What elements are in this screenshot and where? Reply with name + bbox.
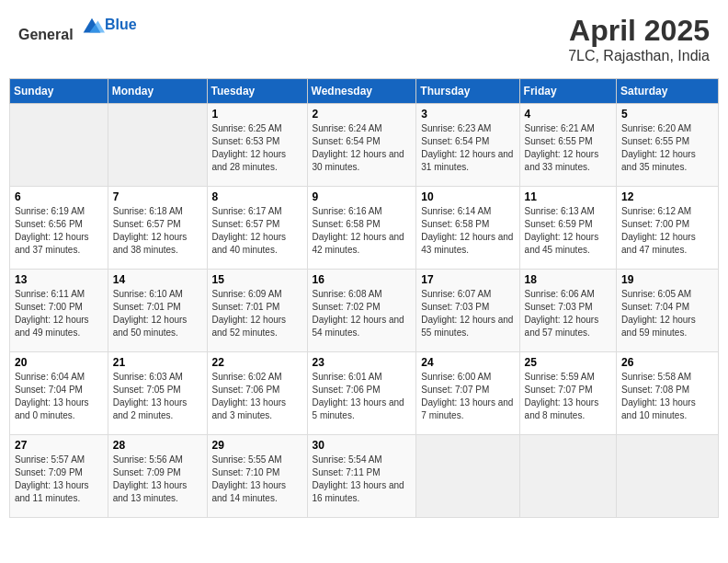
day-daylight: Daylight: 12 hours and 49 minutes. bbox=[15, 314, 103, 339]
day-number: 28 bbox=[113, 439, 202, 452]
calendar-cell: 1 Sunrise: 6:25 AM Sunset: 6:53 PM Dayli… bbox=[207, 104, 307, 187]
calendar-cell: 2 Sunrise: 6:24 AM Sunset: 6:54 PM Dayli… bbox=[307, 104, 416, 187]
day-sunset: Sunset: 7:10 PM bbox=[212, 466, 302, 479]
day-sunrise: Sunrise: 5:56 AM bbox=[113, 454, 202, 466]
title-section: April 2025 7LC, Rajasthan, India bbox=[568, 14, 710, 64]
day-sunrise: Sunrise: 6:10 AM bbox=[113, 288, 202, 301]
calendar-cell: 17 Sunrise: 6:07 AM Sunset: 7:03 PM Dayl… bbox=[416, 270, 519, 352]
weekday-header-sunday: Sunday bbox=[10, 79, 108, 104]
day-sunrise: Sunrise: 6:05 AM bbox=[621, 288, 713, 301]
day-number: 20 bbox=[15, 356, 103, 369]
day-number: 18 bbox=[525, 273, 611, 286]
day-sunrise: Sunrise: 6:00 AM bbox=[421, 371, 514, 384]
day-sunset: Sunset: 6:53 PM bbox=[212, 135, 302, 148]
day-sunrise: Sunrise: 6:07 AM bbox=[421, 288, 514, 301]
day-sunrise: Sunrise: 6:24 AM bbox=[313, 122, 412, 135]
logo-icon bbox=[79, 14, 105, 40]
weekday-header-tuesday: Tuesday bbox=[207, 79, 307, 104]
calendar-cell: 18 Sunrise: 6:06 AM Sunset: 7:03 PM Dayl… bbox=[519, 270, 616, 352]
day-sunset: Sunset: 6:54 PM bbox=[421, 135, 514, 148]
day-sunset: Sunset: 6:54 PM bbox=[313, 135, 412, 148]
logo-general: General bbox=[18, 27, 74, 42]
calendar-cell: 23 Sunrise: 6:01 AM Sunset: 7:06 PM Dayl… bbox=[307, 352, 416, 435]
day-sunset: Sunset: 6:58 PM bbox=[313, 218, 412, 231]
day-daylight: Daylight: 12 hours and 30 minutes. bbox=[313, 148, 412, 174]
calendar-table: SundayMondayTuesdayWednesdayThursdayFrid… bbox=[9, 78, 719, 518]
day-number: 19 bbox=[621, 273, 713, 286]
day-daylight: Daylight: 12 hours and 50 minutes. bbox=[113, 314, 202, 339]
day-number: 26 bbox=[621, 356, 713, 369]
day-sunrise: Sunrise: 6:09 AM bbox=[212, 288, 302, 301]
day-daylight: Daylight: 12 hours and 52 minutes. bbox=[212, 314, 302, 339]
day-daylight: Daylight: 12 hours and 31 minutes. bbox=[421, 148, 514, 174]
weekday-header-monday: Monday bbox=[108, 79, 207, 104]
day-number: 6 bbox=[15, 190, 103, 203]
day-sunset: Sunset: 7:11 PM bbox=[313, 466, 412, 479]
day-daylight: Daylight: 13 hours and 0 minutes. bbox=[15, 396, 103, 422]
calendar-cell: 21 Sunrise: 6:03 AM Sunset: 7:05 PM Dayl… bbox=[108, 352, 207, 435]
calendar-cell: 10 Sunrise: 6:14 AM Sunset: 6:58 PM Dayl… bbox=[416, 187, 519, 270]
calendar-cell: 9 Sunrise: 6:16 AM Sunset: 6:58 PM Dayli… bbox=[307, 187, 416, 270]
day-number: 12 bbox=[621, 190, 713, 203]
day-sunset: Sunset: 7:06 PM bbox=[313, 384, 412, 396]
day-sunrise: Sunrise: 6:04 AM bbox=[15, 371, 103, 384]
day-daylight: Daylight: 12 hours and 55 minutes. bbox=[421, 314, 514, 339]
day-daylight: Daylight: 13 hours and 10 minutes. bbox=[621, 396, 713, 422]
day-number: 3 bbox=[421, 108, 514, 121]
day-number: 23 bbox=[313, 356, 412, 369]
weekday-header-saturday: Saturday bbox=[617, 79, 719, 104]
day-sunrise: Sunrise: 6:13 AM bbox=[525, 205, 611, 218]
day-daylight: Daylight: 12 hours and 45 minutes. bbox=[525, 231, 611, 257]
day-number: 14 bbox=[113, 273, 202, 286]
day-sunrise: Sunrise: 6:14 AM bbox=[421, 205, 514, 218]
day-number: 13 bbox=[15, 273, 103, 286]
calendar-cell: 15 Sunrise: 6:09 AM Sunset: 7:01 PM Dayl… bbox=[207, 270, 307, 352]
calendar-cell: 26 Sunrise: 5:58 AM Sunset: 7:08 PM Dayl… bbox=[617, 352, 719, 435]
calendar-cell bbox=[10, 104, 108, 187]
day-number: 17 bbox=[421, 273, 514, 286]
day-sunset: Sunset: 7:03 PM bbox=[525, 301, 611, 314]
day-sunrise: Sunrise: 6:18 AM bbox=[113, 205, 202, 218]
day-sunset: Sunset: 7:05 PM bbox=[113, 384, 202, 396]
day-daylight: Daylight: 13 hours and 5 minutes. bbox=[313, 396, 412, 422]
day-number: 9 bbox=[313, 190, 412, 203]
day-sunset: Sunset: 7:09 PM bbox=[15, 466, 103, 479]
day-daylight: Daylight: 12 hours and 47 minutes. bbox=[621, 231, 713, 257]
calendar-cell: 27 Sunrise: 5:57 AM Sunset: 7:09 PM Dayl… bbox=[10, 435, 108, 518]
day-sunset: Sunset: 7:04 PM bbox=[15, 384, 103, 396]
day-sunrise: Sunrise: 6:06 AM bbox=[525, 288, 611, 301]
day-number: 24 bbox=[421, 356, 514, 369]
day-sunrise: Sunrise: 6:11 AM bbox=[15, 288, 103, 301]
logo-blue: Blue bbox=[105, 17, 137, 33]
calendar-cell bbox=[617, 435, 719, 518]
calendar-cell: 14 Sunrise: 6:10 AM Sunset: 7:01 PM Dayl… bbox=[108, 270, 207, 352]
calendar-cell bbox=[108, 104, 207, 187]
day-daylight: Daylight: 13 hours and 13 minutes. bbox=[113, 479, 202, 505]
calendar-cell: 24 Sunrise: 6:00 AM Sunset: 7:07 PM Dayl… bbox=[416, 352, 519, 435]
day-daylight: Daylight: 12 hours and 40 minutes. bbox=[212, 231, 302, 257]
day-number: 8 bbox=[212, 190, 302, 203]
day-sunrise: Sunrise: 5:59 AM bbox=[525, 371, 611, 384]
day-number: 29 bbox=[212, 439, 302, 452]
day-number: 7 bbox=[113, 190, 202, 203]
day-daylight: Daylight: 13 hours and 7 minutes. bbox=[421, 396, 514, 422]
day-number: 1 bbox=[212, 108, 302, 121]
day-sunset: Sunset: 6:57 PM bbox=[212, 218, 302, 231]
calendar-cell: 25 Sunrise: 5:59 AM Sunset: 7:07 PM Dayl… bbox=[519, 352, 616, 435]
calendar-cell: 20 Sunrise: 6:04 AM Sunset: 7:04 PM Dayl… bbox=[10, 352, 108, 435]
day-daylight: Daylight: 13 hours and 14 minutes. bbox=[212, 479, 302, 505]
day-sunset: Sunset: 7:02 PM bbox=[313, 301, 412, 314]
day-sunrise: Sunrise: 5:58 AM bbox=[621, 371, 713, 384]
calendar-cell: 7 Sunrise: 6:18 AM Sunset: 6:57 PM Dayli… bbox=[108, 187, 207, 270]
calendar-cell: 22 Sunrise: 6:02 AM Sunset: 7:06 PM Dayl… bbox=[207, 352, 307, 435]
day-sunrise: Sunrise: 6:20 AM bbox=[621, 122, 713, 135]
day-daylight: Daylight: 12 hours and 38 minutes. bbox=[113, 231, 202, 257]
day-sunset: Sunset: 7:09 PM bbox=[113, 466, 202, 479]
header: General Blue April 2025 7LC, Rajasthan, … bbox=[9, 9, 719, 69]
calendar-cell: 29 Sunrise: 5:55 AM Sunset: 7:10 PM Dayl… bbox=[207, 435, 307, 518]
day-sunrise: Sunrise: 6:08 AM bbox=[313, 288, 412, 301]
day-sunset: Sunset: 6:57 PM bbox=[113, 218, 202, 231]
day-sunrise: Sunrise: 5:57 AM bbox=[15, 454, 103, 466]
weekday-header-wednesday: Wednesday bbox=[307, 79, 416, 104]
calendar-cell: 28 Sunrise: 5:56 AM Sunset: 7:09 PM Dayl… bbox=[108, 435, 207, 518]
